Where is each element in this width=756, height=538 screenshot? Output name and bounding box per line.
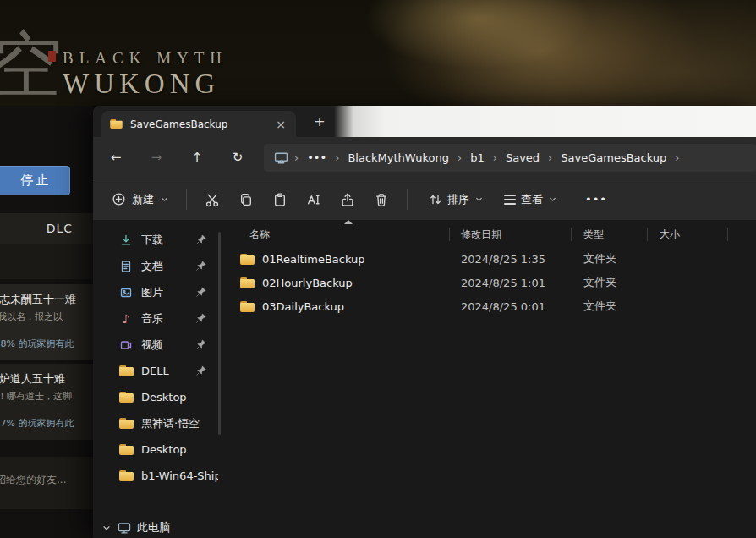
column-divider[interactable]	[727, 228, 728, 241]
sort-icon	[429, 193, 442, 206]
delete-button[interactable]	[364, 185, 398, 214]
new-button-label: 新建	[132, 192, 154, 207]
sidebar-item-black-myth-wukong[interactable]: 黑神话·悟空	[96, 410, 218, 436]
tab-bar: SaveGamesBackup × +	[93, 106, 756, 137]
calligraphy-mark: 空	[0, 29, 63, 100]
toolbar-divider	[407, 189, 408, 210]
this-pc-icon	[274, 151, 288, 165]
more-options-button[interactable]: •••	[582, 185, 611, 214]
breadcrumb-item-saved[interactable]: Saved	[500, 148, 545, 167]
sidebar-item-pictures[interactable]: 图片	[96, 279, 218, 305]
file-row-02hourlybackup[interactable]: 02HourlyBackup 2024/8/25 1:01 文件夹	[222, 271, 756, 294]
new-tab-button[interactable]: +	[310, 113, 329, 131]
file-name: 03DailyBackup	[262, 300, 344, 313]
sidebar-item-desktop[interactable]: Desktop	[96, 384, 218, 410]
folder-icon	[118, 390, 134, 405]
game-logo-line1: BLACK MYTH	[63, 49, 227, 68]
new-button[interactable]: 新建	[103, 186, 178, 213]
sidebar-item-videos[interactable]: 视频	[96, 332, 218, 358]
back-button[interactable]: ←	[101, 145, 130, 170]
sidebar-scrollbar[interactable]	[218, 232, 221, 435]
sort-button[interactable]: 排序	[421, 186, 491, 213]
sidebar-item-label: 音乐	[141, 311, 163, 327]
forward-button[interactable]: →	[142, 145, 171, 170]
column-label: 名称	[249, 228, 270, 242]
folder-icon	[240, 277, 255, 288]
copy-button[interactable]	[229, 185, 263, 214]
column-label: 类型	[583, 228, 604, 242]
chevron-down-icon	[548, 195, 557, 204]
pin-icon	[194, 286, 207, 299]
address-bar-row: ← → ↑ ↻ › ••• › BlackMythWukong › b1 › S…	[93, 137, 756, 178]
address-bar[interactable]: › ••• › BlackMythWukong › b1 › Saved › S…	[264, 144, 756, 172]
toolbar-divider	[186, 189, 187, 210]
file-explorer-window: SaveGamesBackup × + ← → ↑ ↻ › ••• › Blac…	[93, 106, 756, 538]
sidebar-item-label: 视频	[141, 338, 163, 353]
sidebar-item-label: 文档	[141, 259, 163, 274]
file-row-03dailybackup[interactable]: 03DailyBackup 2024/8/25 0:01 文件夹	[222, 294, 756, 318]
sidebar-item-documents[interactable]: 文档	[96, 253, 218, 279]
share-button[interactable]	[331, 185, 364, 214]
game-panel-band	[0, 244, 93, 279]
sort-button-label: 排序	[447, 192, 469, 207]
dlc-tab[interactable]: DLC	[0, 213, 93, 244]
close-tab-icon[interactable]: ×	[273, 117, 288, 132]
file-name: 02HourlyBackup	[262, 277, 353, 289]
folder-icon	[110, 119, 122, 129]
rename-button[interactable]	[297, 185, 331, 214]
breadcrumb-item-savegamesbackup[interactable]: SaveGamesBackup	[555, 148, 672, 167]
column-header-type[interactable]: 类型	[572, 222, 648, 247]
column-label: 大小	[660, 228, 680, 242]
sidebar-item-label: Desktop	[141, 443, 187, 456]
achievement-desc: 出！哪有道士，这脚	[0, 390, 93, 403]
achievement-card: 壮志未酬五十一难 报我以名，报之以 8.8% 的玩家拥有此	[0, 284, 93, 360]
chevron-right-icon: ›	[455, 151, 464, 164]
explorer-body: 下载 文档	[93, 220, 756, 538]
file-type: 文件夹	[572, 299, 648, 314]
sidebar-item-desktop-2[interactable]: Desktop	[96, 436, 218, 463]
download-icon	[118, 233, 134, 248]
folder-icon	[240, 254, 255, 265]
videos-icon	[118, 338, 134, 353]
breadcrumb-item-b1[interactable]: b1	[464, 148, 490, 167]
chevron-down-icon	[474, 195, 484, 204]
file-date: 2024/8/25 1:01	[450, 277, 572, 289]
screen: 空 BLACK MYTH WUKONG 停止 DLC 壮志未酬五十一难 报我以名…	[0, 0, 756, 538]
sidebar-item-label: b1-Win64-Ship	[141, 469, 218, 482]
view-button[interactable]: 查看	[496, 186, 565, 213]
sidebar-item-label: 图片	[141, 285, 163, 300]
paste-button[interactable]	[263, 185, 297, 214]
tab-title: SaveGamesBackup	[130, 118, 266, 130]
file-row-01realtimebackup[interactable]: 01RealtimeBackup 2024/8/25 1:35 文件夹	[222, 247, 756, 271]
explorer-tab-savegamesbackup[interactable]: SaveGamesBackup ×	[101, 111, 296, 137]
sidebar-item-this-pc[interactable]: 此电脑	[98, 514, 216, 538]
pin-icon	[194, 260, 207, 272]
chevron-right-icon: ›	[545, 151, 555, 164]
game-logo-line2: WUKONG	[63, 69, 227, 100]
refresh-button[interactable]: ↻	[223, 145, 252, 170]
view-icon	[504, 195, 516, 205]
column-header-size[interactable]: 大小	[648, 222, 728, 247]
sidebar-item-downloads[interactable]: 下载	[96, 227, 218, 253]
breadcrumb-overflow[interactable]: •••	[301, 148, 332, 167]
sidebar-item-label: 下载	[141, 233, 163, 248]
pin-icon	[194, 233, 207, 246]
sidebar-item-dell[interactable]: DELL	[96, 358, 218, 384]
this-pc-icon	[118, 521, 131, 535]
achievement-desc: 报我以名，报之以	[0, 310, 93, 323]
column-header-name[interactable]: 名称	[222, 222, 450, 247]
stop-button[interactable]: 停止	[0, 166, 70, 195]
pin-icon	[194, 338, 207, 351]
up-button[interactable]: ↑	[183, 145, 211, 170]
chevron-down-icon	[101, 523, 112, 533]
achievement-title: 守炉道人五十难	[0, 371, 93, 387]
file-type: 文件夹	[572, 275, 648, 290]
column-header-date-modified[interactable]: 修改日期	[450, 222, 572, 247]
folder-icon	[118, 364, 134, 379]
sidebar-item-b1-win64-ship[interactable]: b1-Win64-Ship	[96, 463, 218, 489]
cut-button[interactable]	[195, 185, 229, 214]
sidebar-item-music[interactable]: ♪ 音乐	[96, 305, 218, 332]
column-header-row: 名称 修改日期 类型 大小	[222, 222, 756, 247]
breadcrumb-item-blackmythwukong[interactable]: BlackMythWukong	[342, 148, 455, 167]
sidebar-item-label: Desktop	[141, 391, 187, 404]
